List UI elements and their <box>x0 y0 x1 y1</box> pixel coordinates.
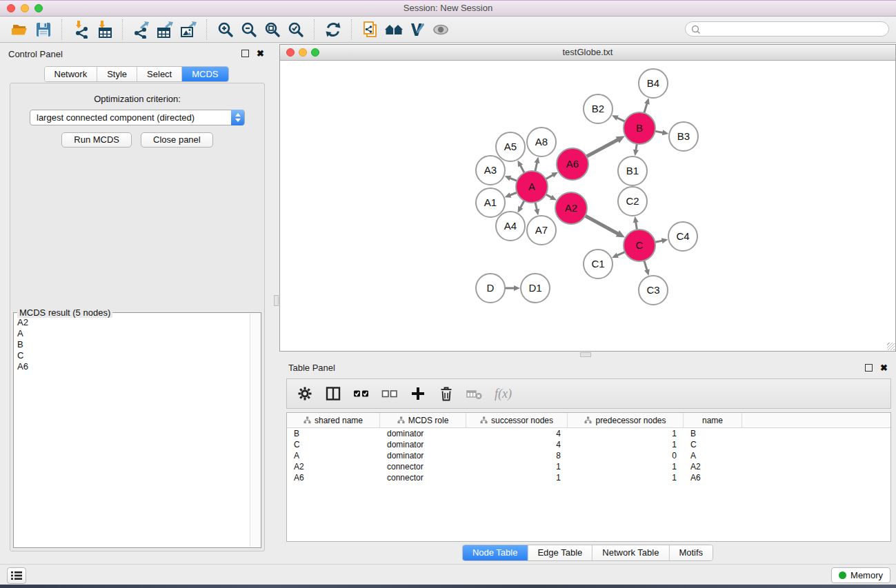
tab-style[interactable]: Style <box>97 67 137 81</box>
list-item[interactable]: C <box>15 350 249 361</box>
column-header-name[interactable]: name <box>684 413 742 427</box>
tab-select[interactable]: Select <box>137 67 181 81</box>
graph-node-A1[interactable]: A1 <box>476 188 505 217</box>
graph-edge-A6-B[interactable] <box>586 139 619 157</box>
table-settings-icon[interactable] <box>297 385 313 402</box>
select-all-columns-icon[interactable] <box>353 385 370 402</box>
import-network-icon[interactable] <box>69 19 92 41</box>
export-table-icon[interactable] <box>153 19 177 41</box>
export-network-icon[interactable] <box>130 19 153 41</box>
graph-node-A2[interactable]: A2 <box>555 192 587 224</box>
column-header-successor-nodes[interactable]: successor nodes <box>466 413 568 427</box>
status-bar: Memory <box>0 564 896 585</box>
show-graphics-details-icon[interactable] <box>429 19 452 41</box>
list-item[interactable]: A6 <box>15 361 249 372</box>
graph-node-A3[interactable]: A3 <box>476 156 505 185</box>
minimize-window-button[interactable] <box>21 4 29 12</box>
zoom-out-icon[interactable] <box>237 19 261 41</box>
delete-column-icon[interactable] <box>438 385 455 402</box>
apply-layout-icon[interactable] <box>321 19 345 41</box>
close-panel-icon[interactable]: ✖ <box>257 50 264 57</box>
table-row[interactable]: A2connector11A2 <box>287 461 890 472</box>
zoom-in-icon[interactable] <box>214 19 237 41</box>
horizontal-divider-gripper[interactable] <box>580 352 591 357</box>
close-table-panel-icon[interactable]: ✖ <box>880 365 888 372</box>
close-panel-button[interactable]: Close panel <box>141 132 213 148</box>
graph-node-B1[interactable]: B1 <box>618 156 647 185</box>
graph-node-A7[interactable]: A7 <box>527 216 556 245</box>
home-icon[interactable] <box>382 19 406 41</box>
import-table-icon[interactable] <box>92 19 116 41</box>
graph-node-B4[interactable]: B4 <box>639 69 668 98</box>
graph-node-B2[interactable]: B2 <box>584 94 613 123</box>
edge-arrowhead-icon <box>505 192 512 197</box>
network-window-titlebar[interactable]: testGlobe.txt <box>280 45 895 61</box>
tab-node-table[interactable]: Node Table <box>463 545 528 560</box>
graph-edge-A2-C[interactable] <box>584 215 619 234</box>
close-window-button[interactable] <box>7 4 15 12</box>
tab-motifs[interactable]: Motifs <box>668 545 713 560</box>
network-zoom-button[interactable] <box>311 48 319 57</box>
graph-node-C1[interactable]: C1 <box>584 250 613 278</box>
tab-edge-table[interactable]: Edge Table <box>527 545 592 560</box>
graph-node-A4[interactable]: A4 <box>496 212 525 241</box>
graph-node-A8[interactable]: A8 <box>527 128 556 156</box>
main-toolbar <box>0 17 896 43</box>
graph-node-C2[interactable]: C2 <box>618 187 647 216</box>
network-close-button[interactable] <box>286 48 295 57</box>
create-column-icon[interactable] <box>410 385 426 402</box>
graph-node-B[interactable]: B <box>624 112 655 144</box>
graph-node-D[interactable]: D <box>476 274 505 303</box>
zoom-window-button[interactable] <box>34 4 43 12</box>
table-row[interactable]: Cdominator41C <box>287 439 890 450</box>
memory-status-icon <box>839 571 846 579</box>
graph-node-D1[interactable]: D1 <box>521 274 550 303</box>
tab-network-table[interactable]: Network Table <box>592 545 668 560</box>
list-item[interactable]: B <box>15 339 249 350</box>
graph-node-A6[interactable]: A6 <box>557 148 588 180</box>
table-row[interactable]: Bdominator41B <box>287 428 890 439</box>
svg-text:A: A <box>528 181 535 192</box>
tab-network[interactable]: Network <box>44 67 97 81</box>
edge-arrowhead-icon <box>644 269 650 276</box>
table-row[interactable]: A6connector11A6 <box>287 472 890 483</box>
memory-button[interactable]: Memory <box>831 567 890 583</box>
graph-node-C3[interactable]: C3 <box>639 276 668 305</box>
vertical-divider-gripper[interactable] <box>274 295 279 306</box>
save-session-icon[interactable] <box>32 19 55 41</box>
graph-node-C4[interactable]: C4 <box>668 222 697 251</box>
table-toolbar: f(x) <box>286 378 891 409</box>
show-columns-icon[interactable] <box>325 385 341 402</box>
svg-text:B: B <box>636 122 643 134</box>
list-item[interactable]: A2 <box>15 317 249 328</box>
export-image-icon[interactable] <box>177 19 200 41</box>
style-preview-icon[interactable] <box>406 19 429 41</box>
resize-grip-icon[interactable] <box>887 343 895 350</box>
list-item[interactable]: A <box>15 328 249 339</box>
result-scrollbar[interactable] <box>250 314 260 547</box>
graph-node-C[interactable]: C <box>624 230 655 261</box>
mcds-result-title: MCDS result (5 nodes) <box>17 307 112 318</box>
run-mcds-button[interactable]: Run MCDS <box>61 132 132 148</box>
open-session-icon[interactable] <box>8 19 32 41</box>
network-minimize-button[interactable] <box>299 48 307 57</box>
tab-mcds[interactable]: MCDS <box>181 67 228 81</box>
zoom-fit-icon[interactable] <box>261 19 284 41</box>
zoom-selected-icon[interactable] <box>284 19 308 41</box>
criterion-dropdown[interactable]: largest connected component (directed) <box>30 110 245 125</box>
network-canvas[interactable]: AA1A2A3A4A5A6A7A8BB1B2B3B4CC1C2C3C4DD1 <box>280 60 895 351</box>
graph-node-A[interactable]: A <box>516 171 548 203</box>
task-history-button[interactable] <box>7 567 26 584</box>
float-panel-icon[interactable] <box>241 50 249 57</box>
float-table-panel-icon[interactable] <box>865 364 873 372</box>
graph-node-A5[interactable]: A5 <box>496 132 525 161</box>
new-session-from-network-icon[interactable] <box>359 19 382 41</box>
graph-node-B3[interactable]: B3 <box>669 122 698 151</box>
unselect-all-columns-icon[interactable] <box>381 385 398 402</box>
column-header-predecessor-nodes[interactable]: predecessor nodes <box>568 413 684 427</box>
search-input[interactable] <box>704 23 886 37</box>
column-header-mcds-role[interactable]: MCDS role <box>380 413 466 427</box>
svg-text:A7: A7 <box>535 224 548 236</box>
table-row[interactable]: Adominator80A <box>287 450 890 461</box>
column-header-shared-name[interactable]: shared name <box>287 413 380 427</box>
